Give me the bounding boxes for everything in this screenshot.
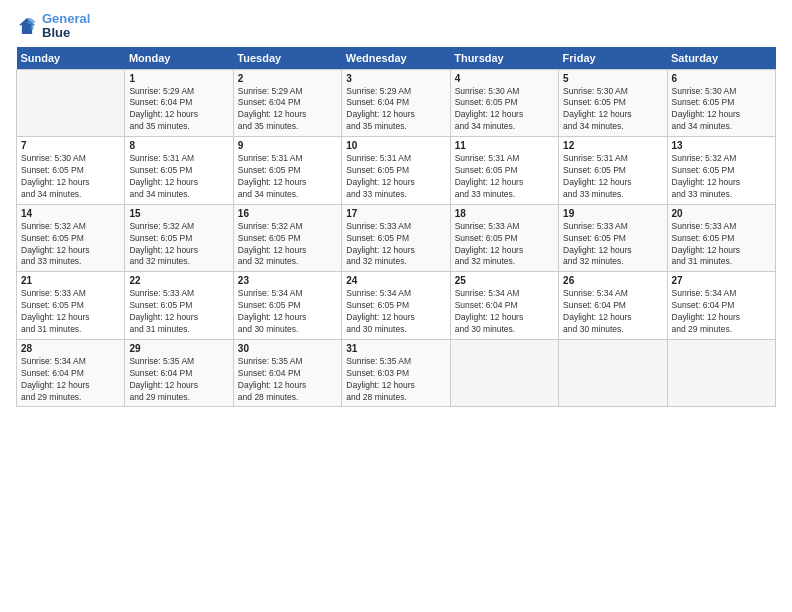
day-info: Sunrise: 5:30 AM Sunset: 6:05 PM Dayligh… (455, 86, 554, 134)
header-cell-friday: Friday (559, 47, 667, 70)
day-number: 25 (455, 275, 554, 286)
day-info: Sunrise: 5:34 AM Sunset: 6:04 PM Dayligh… (21, 356, 120, 404)
day-number: 7 (21, 140, 120, 151)
page: General Blue SundayMondayTuesdayWednesda… (0, 0, 792, 612)
day-number: 21 (21, 275, 120, 286)
calendar-cell (450, 339, 558, 407)
calendar-table: SundayMondayTuesdayWednesdayThursdayFrid… (16, 47, 776, 408)
calendar-cell: 16Sunrise: 5:32 AM Sunset: 6:05 PM Dayli… (233, 204, 341, 272)
day-number: 11 (455, 140, 554, 151)
day-number: 19 (563, 208, 662, 219)
calendar-cell (17, 69, 125, 137)
day-number: 28 (21, 343, 120, 354)
calendar-week-5: 28Sunrise: 5:34 AM Sunset: 6:04 PM Dayli… (17, 339, 776, 407)
calendar-cell: 21Sunrise: 5:33 AM Sunset: 6:05 PM Dayli… (17, 272, 125, 340)
calendar-cell: 5Sunrise: 5:30 AM Sunset: 6:05 PM Daylig… (559, 69, 667, 137)
calendar-cell (667, 339, 775, 407)
calendar-cell: 18Sunrise: 5:33 AM Sunset: 6:05 PM Dayli… (450, 204, 558, 272)
day-number: 26 (563, 275, 662, 286)
calendar-cell: 3Sunrise: 5:29 AM Sunset: 6:04 PM Daylig… (342, 69, 450, 137)
header-cell-tuesday: Tuesday (233, 47, 341, 70)
day-number: 15 (129, 208, 228, 219)
calendar-cell: 13Sunrise: 5:32 AM Sunset: 6:05 PM Dayli… (667, 137, 775, 205)
day-number: 16 (238, 208, 337, 219)
day-number: 9 (238, 140, 337, 151)
day-info: Sunrise: 5:33 AM Sunset: 6:05 PM Dayligh… (346, 221, 445, 269)
day-info: Sunrise: 5:31 AM Sunset: 6:05 PM Dayligh… (346, 153, 445, 201)
day-info: Sunrise: 5:29 AM Sunset: 6:04 PM Dayligh… (238, 86, 337, 134)
day-info: Sunrise: 5:34 AM Sunset: 6:05 PM Dayligh… (238, 288, 337, 336)
calendar-cell: 22Sunrise: 5:33 AM Sunset: 6:05 PM Dayli… (125, 272, 233, 340)
header-cell-sunday: Sunday (17, 47, 125, 70)
day-number: 24 (346, 275, 445, 286)
day-number: 18 (455, 208, 554, 219)
day-number: 2 (238, 73, 337, 84)
day-number: 3 (346, 73, 445, 84)
day-number: 6 (672, 73, 771, 84)
calendar-cell: 12Sunrise: 5:31 AM Sunset: 6:05 PM Dayli… (559, 137, 667, 205)
header-row: SundayMondayTuesdayWednesdayThursdayFrid… (17, 47, 776, 70)
day-number: 30 (238, 343, 337, 354)
day-info: Sunrise: 5:33 AM Sunset: 6:05 PM Dayligh… (21, 288, 120, 336)
day-info: Sunrise: 5:31 AM Sunset: 6:05 PM Dayligh… (455, 153, 554, 201)
day-info: Sunrise: 5:33 AM Sunset: 6:05 PM Dayligh… (672, 221, 771, 269)
day-info: Sunrise: 5:33 AM Sunset: 6:05 PM Dayligh… (563, 221, 662, 269)
calendar-cell: 10Sunrise: 5:31 AM Sunset: 6:05 PM Dayli… (342, 137, 450, 205)
calendar-cell: 1Sunrise: 5:29 AM Sunset: 6:04 PM Daylig… (125, 69, 233, 137)
day-info: Sunrise: 5:31 AM Sunset: 6:05 PM Dayligh… (129, 153, 228, 201)
logo-text: General Blue (42, 12, 90, 41)
calendar-cell: 9Sunrise: 5:31 AM Sunset: 6:05 PM Daylig… (233, 137, 341, 205)
calendar-cell: 31Sunrise: 5:35 AM Sunset: 6:03 PM Dayli… (342, 339, 450, 407)
calendar-cell (559, 339, 667, 407)
day-info: Sunrise: 5:30 AM Sunset: 6:05 PM Dayligh… (672, 86, 771, 134)
calendar-cell: 14Sunrise: 5:32 AM Sunset: 6:05 PM Dayli… (17, 204, 125, 272)
calendar-cell: 11Sunrise: 5:31 AM Sunset: 6:05 PM Dayli… (450, 137, 558, 205)
day-info: Sunrise: 5:30 AM Sunset: 6:05 PM Dayligh… (563, 86, 662, 134)
calendar-week-2: 7Sunrise: 5:30 AM Sunset: 6:05 PM Daylig… (17, 137, 776, 205)
day-info: Sunrise: 5:34 AM Sunset: 6:04 PM Dayligh… (672, 288, 771, 336)
logo: General Blue (16, 12, 90, 41)
day-number: 27 (672, 275, 771, 286)
calendar-week-4: 21Sunrise: 5:33 AM Sunset: 6:05 PM Dayli… (17, 272, 776, 340)
day-info: Sunrise: 5:29 AM Sunset: 6:04 PM Dayligh… (346, 86, 445, 134)
day-info: Sunrise: 5:33 AM Sunset: 6:05 PM Dayligh… (455, 221, 554, 269)
day-info: Sunrise: 5:34 AM Sunset: 6:05 PM Dayligh… (346, 288, 445, 336)
day-info: Sunrise: 5:32 AM Sunset: 6:05 PM Dayligh… (238, 221, 337, 269)
header-cell-wednesday: Wednesday (342, 47, 450, 70)
day-info: Sunrise: 5:35 AM Sunset: 6:03 PM Dayligh… (346, 356, 445, 404)
header: General Blue (16, 12, 776, 41)
day-info: Sunrise: 5:32 AM Sunset: 6:05 PM Dayligh… (129, 221, 228, 269)
calendar-cell: 15Sunrise: 5:32 AM Sunset: 6:05 PM Dayli… (125, 204, 233, 272)
day-info: Sunrise: 5:33 AM Sunset: 6:05 PM Dayligh… (129, 288, 228, 336)
day-number: 17 (346, 208, 445, 219)
day-number: 10 (346, 140, 445, 151)
day-number: 29 (129, 343, 228, 354)
calendar-cell: 30Sunrise: 5:35 AM Sunset: 6:04 PM Dayli… (233, 339, 341, 407)
day-info: Sunrise: 5:31 AM Sunset: 6:05 PM Dayligh… (563, 153, 662, 201)
calendar-cell: 17Sunrise: 5:33 AM Sunset: 6:05 PM Dayli… (342, 204, 450, 272)
day-info: Sunrise: 5:29 AM Sunset: 6:04 PM Dayligh… (129, 86, 228, 134)
calendar-cell: 20Sunrise: 5:33 AM Sunset: 6:05 PM Dayli… (667, 204, 775, 272)
day-info: Sunrise: 5:32 AM Sunset: 6:05 PM Dayligh… (21, 221, 120, 269)
day-number: 22 (129, 275, 228, 286)
calendar-cell: 26Sunrise: 5:34 AM Sunset: 6:04 PM Dayli… (559, 272, 667, 340)
calendar-cell: 24Sunrise: 5:34 AM Sunset: 6:05 PM Dayli… (342, 272, 450, 340)
calendar-cell: 4Sunrise: 5:30 AM Sunset: 6:05 PM Daylig… (450, 69, 558, 137)
day-number: 14 (21, 208, 120, 219)
day-number: 20 (672, 208, 771, 219)
calendar-cell: 2Sunrise: 5:29 AM Sunset: 6:04 PM Daylig… (233, 69, 341, 137)
day-info: Sunrise: 5:35 AM Sunset: 6:04 PM Dayligh… (238, 356, 337, 404)
header-cell-saturday: Saturday (667, 47, 775, 70)
calendar-week-3: 14Sunrise: 5:32 AM Sunset: 6:05 PM Dayli… (17, 204, 776, 272)
header-cell-thursday: Thursday (450, 47, 558, 70)
calendar-cell: 27Sunrise: 5:34 AM Sunset: 6:04 PM Dayli… (667, 272, 775, 340)
day-info: Sunrise: 5:34 AM Sunset: 6:04 PM Dayligh… (563, 288, 662, 336)
logo-icon (16, 15, 38, 37)
day-number: 12 (563, 140, 662, 151)
calendar-week-1: 1Sunrise: 5:29 AM Sunset: 6:04 PM Daylig… (17, 69, 776, 137)
day-number: 23 (238, 275, 337, 286)
calendar-cell: 6Sunrise: 5:30 AM Sunset: 6:05 PM Daylig… (667, 69, 775, 137)
day-number: 5 (563, 73, 662, 84)
day-number: 31 (346, 343, 445, 354)
day-info: Sunrise: 5:31 AM Sunset: 6:05 PM Dayligh… (238, 153, 337, 201)
